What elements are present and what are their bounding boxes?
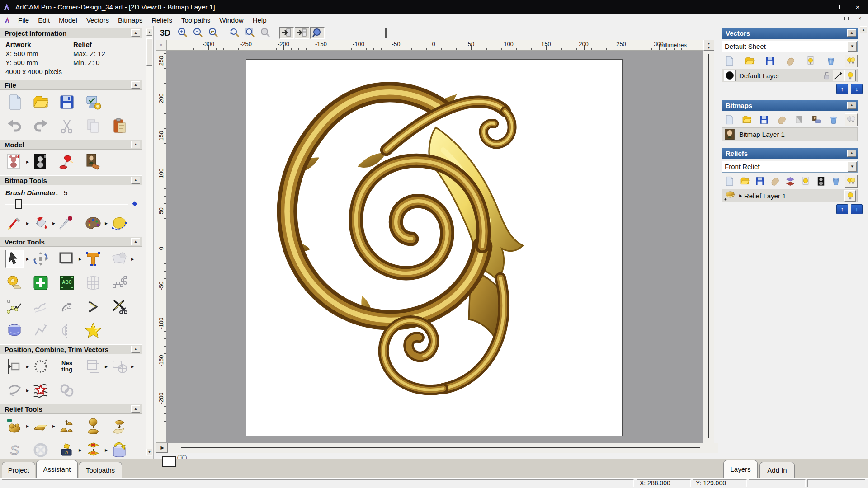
open-model-icon[interactable] [32, 93, 50, 111]
distort-grid-icon[interactable] [84, 274, 102, 292]
create-star-icon[interactable] [84, 322, 102, 340]
collapse-button[interactable]: ▲ [131, 177, 140, 184]
collapse-button[interactable]: ▲ [131, 29, 140, 37]
flyout-arrow-icon[interactable]: ▶ [79, 448, 83, 452]
new-model-icon[interactable] [5, 93, 24, 111]
relief-layer-stack-icon[interactable] [84, 441, 102, 459]
interlock-icon[interactable] [58, 381, 76, 399]
move-layer-down-icon[interactable]: ↓ [851, 84, 863, 94]
paste-along-curve-icon[interactable] [110, 274, 128, 292]
collapse-button[interactable]: ▲ [131, 141, 140, 148]
model-properties-icon[interactable] [84, 93, 102, 111]
zoom-out-icon[interactable] [191, 27, 205, 39]
sheet-select[interactable]: Default Sheet ▼ [722, 41, 858, 52]
free-sketch-icon[interactable] [32, 298, 50, 316]
greyscale-preview-icon[interactable] [32, 153, 50, 171]
flyout-arrow-icon[interactable]: ▶ [26, 160, 31, 164]
save-vectors-icon[interactable] [764, 55, 776, 67]
mdi-close-button[interactable]: × [856, 15, 863, 22]
flyout-arrow-icon[interactable]: ▶ [131, 257, 136, 261]
scroll-down-icon[interactable]: ▼ [146, 449, 152, 455]
menu-bitmaps[interactable]: Bitmaps [113, 15, 147, 25]
scroll-up-icon[interactable]: ▲ [146, 29, 152, 36]
block-copy-icon[interactable] [84, 357, 102, 375]
flyout-arrow-icon[interactable]: ▶ [52, 424, 57, 428]
show-all-bitmap-layers-icon[interactable] [845, 113, 858, 126]
create-polyline-icon[interactable] [5, 298, 24, 316]
menu-edit[interactable]: Edit [33, 15, 54, 25]
zoom-in-icon[interactable] [175, 27, 190, 39]
relief-layer-row[interactable]: ▶ Relief Layer 1 [722, 189, 858, 202]
open-bitmap-icon[interactable] [741, 113, 753, 126]
import-bitmap-icon[interactable] [775, 113, 788, 126]
pan-button-icon[interactable]: ∶▶ [156, 443, 168, 453]
preview-relief-layer-icon[interactable] [310, 27, 325, 39]
slider-handle[interactable] [385, 28, 387, 38]
zoom-objects-icon[interactable] [227, 27, 242, 39]
slider-handle[interactable] [15, 199, 22, 209]
flood-fill-icon[interactable] [32, 214, 50, 232]
cut-icon[interactable] [58, 117, 76, 135]
save-relief-icon[interactable] [754, 175, 766, 188]
zoom-selection-icon[interactable] [258, 27, 273, 39]
colour-picker-icon[interactable] [58, 214, 76, 232]
new-relief-layer-icon[interactable] [723, 175, 736, 188]
minimize-button[interactable] [806, 0, 826, 14]
ruler-units-button[interactable]: ▼▼ [703, 40, 714, 51]
menu-reliefs[interactable]: Reliefs [147, 15, 177, 25]
dome-relief-icon[interactable] [84, 417, 102, 435]
move-layer-up-icon[interactable]: ↑ [836, 84, 848, 94]
brush-diameter-slider[interactable] [5, 198, 137, 210]
tab-layers[interactable]: Layers [723, 460, 758, 478]
select-tool-icon[interactable] [5, 250, 24, 268]
visibility-bulb-icon[interactable] [844, 70, 856, 81]
assistant-scrollbar[interactable]: ▲ ▼ [146, 28, 153, 456]
snap-toggle-icon[interactable] [833, 70, 844, 81]
relief-copy-icon[interactable] [110, 417, 128, 435]
switch-to-3d-button[interactable]: 3D [160, 28, 170, 38]
shape-editor-icon[interactable] [5, 417, 24, 435]
flyout-arrow-icon[interactable]: ▶ [52, 221, 57, 225]
measure-tool-icon[interactable] [5, 274, 24, 292]
collapse-button[interactable]: ▲ [847, 150, 856, 157]
menu-vectors[interactable]: Vectors [82, 15, 113, 25]
greyscale-view-icon[interactable] [815, 175, 827, 188]
sculpting-icon[interactable]: S [5, 441, 24, 459]
flyout-arrow-icon[interactable]: ▶ [26, 221, 31, 225]
bitmap-preview-icon[interactable] [810, 113, 823, 126]
lighting-icon[interactable] [58, 153, 76, 171]
maximize-button[interactable] [826, 0, 847, 14]
open-relief-icon[interactable] [738, 175, 751, 188]
join-vectors-icon[interactable] [5, 381, 24, 399]
lock-open-icon[interactable] [821, 70, 832, 81]
mdi-minimize-button[interactable] [829, 15, 836, 22]
flyout-arrow-icon[interactable]: ▶ [26, 365, 31, 369]
contrast-slider[interactable] [342, 28, 392, 38]
create-text-icon[interactable] [84, 250, 102, 268]
menu-window[interactable]: Window [215, 15, 248, 25]
bitmap-on-off-icon[interactable] [279, 27, 294, 39]
collapse-button[interactable]: ▲ [131, 346, 140, 353]
colour-palette-icon[interactable] [84, 214, 102, 232]
clear-bitmap-icon[interactable] [793, 113, 805, 126]
relief-select[interactable]: Front Relief ▼ [722, 161, 858, 173]
model-page[interactable] [246, 59, 623, 436]
save-bitmap-icon[interactable] [758, 113, 770, 126]
vector-layer-row[interactable]: Default Layer [722, 69, 858, 82]
transform-tool-icon[interactable] [32, 250, 50, 268]
collapse-button[interactable]: ▲ [131, 405, 140, 413]
zoom-page-icon[interactable] [243, 27, 257, 39]
text-on-curve-icon[interactable] [32, 357, 50, 375]
envelope-distort-icon[interactable] [110, 250, 128, 268]
create-arc-icon[interactable] [58, 298, 76, 316]
menu-file[interactable]: File [14, 15, 33, 25]
tab-addin[interactable]: Add In [760, 462, 795, 478]
menu-toolpaths[interactable]: Toolpaths [177, 15, 215, 25]
toggle-visibility-icon[interactable] [804, 55, 817, 67]
convert-to-polyline-icon[interactable] [84, 298, 102, 316]
undo-icon[interactable] [5, 117, 24, 135]
chevron-down-icon[interactable]: ▼ [848, 162, 857, 172]
bitmap-to-relief-icon[interactable] [5, 153, 24, 171]
text-abc-icon[interactable]: ABC [58, 274, 76, 292]
flyout-arrow-icon[interactable]: ▶ [131, 365, 136, 369]
